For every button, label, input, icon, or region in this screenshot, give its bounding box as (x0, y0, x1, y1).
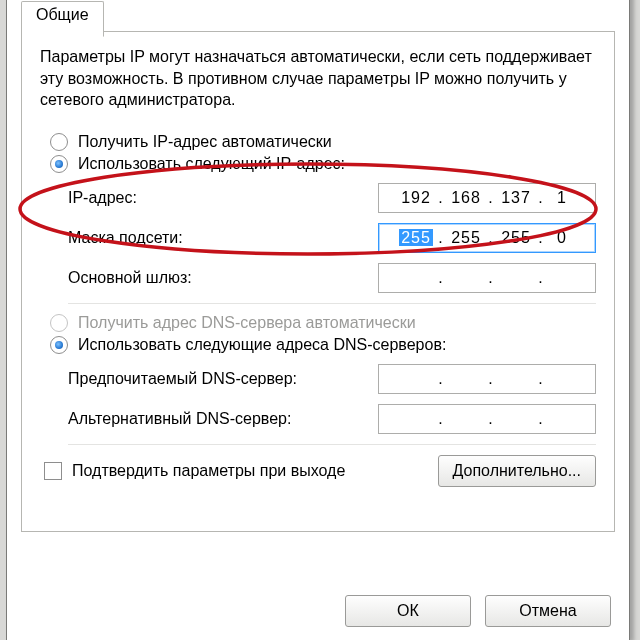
row-dns-alternate: Альтернативный DNS-сервер: . . . (68, 404, 596, 434)
ip-octet: 1 (545, 189, 579, 207)
advanced-button[interactable]: Дополнительно... (438, 455, 597, 487)
radio-dns-manual[interactable]: Использовать следующие адреса DNS-сервер… (50, 336, 596, 354)
radio-ip-auto-label: Получить IP-адрес автоматически (78, 133, 332, 151)
divider (68, 444, 596, 445)
dialog-window: Общие Параметры IP могут назначаться авт… (6, 0, 630, 640)
radio-icon (50, 336, 68, 354)
row-dns-preferred: Предпочитаемый DNS-сервер: . . . (68, 364, 596, 394)
ip-address-label: IP-адрес: (68, 189, 137, 207)
row-ip-address: IP-адрес: 192. 168. 137. 1 (68, 183, 596, 213)
dialog-footer: ОК Отмена (345, 595, 611, 627)
radio-dns-manual-label: Использовать следующие адреса DNS-сервер… (78, 336, 446, 354)
subnet-mask-label: Маска подсети: (68, 229, 183, 247)
row-gateway: Основной шлюз: . . . (68, 263, 596, 293)
ip-octet: 168 (445, 189, 487, 207)
divider (68, 303, 596, 304)
checkbox-icon (44, 462, 62, 480)
ok-button[interactable]: ОК (345, 595, 471, 627)
ip-address-input[interactable]: 192. 168. 137. 1 (378, 183, 596, 213)
dns-preferred-input[interactable]: . . . (378, 364, 596, 394)
ip-octet: 255 (495, 229, 537, 247)
radio-dns-auto-label: Получить адрес DNS-сервера автоматически (78, 314, 416, 332)
radio-icon (50, 155, 68, 173)
subnet-mask-input[interactable]: 255. 255. 255. 0 (378, 223, 596, 253)
ip-octet: 192 (395, 189, 437, 207)
checkbox-validate-label: Подтвердить параметры при выходе (72, 462, 345, 480)
dns-alternate-input[interactable]: . . . (378, 404, 596, 434)
gateway-label: Основной шлюз: (68, 269, 192, 287)
tab-strip: Общие (21, 1, 615, 32)
dns-alternate-label: Альтернативный DNS-сервер: (68, 410, 291, 428)
ip-octet: 0 (545, 229, 579, 247)
ip-octet: 137 (495, 189, 537, 207)
radio-ip-manual[interactable]: Использовать следующий IP-адрес: (50, 155, 596, 173)
checkbox-validate[interactable]: Подтвердить параметры при выходе (44, 462, 345, 480)
radio-icon (50, 314, 68, 332)
tab-panel: Параметры IP могут назначаться автоматич… (21, 32, 615, 532)
radio-icon (50, 133, 68, 151)
description-text: Параметры IP могут назначаться автоматич… (40, 46, 596, 111)
dns-preferred-label: Предпочитаемый DNS-сервер: (68, 370, 297, 388)
radio-ip-manual-label: Использовать следующий IP-адрес: (78, 155, 345, 173)
cancel-button[interactable]: Отмена (485, 595, 611, 627)
radio-ip-auto[interactable]: Получить IP-адрес автоматически (50, 133, 596, 151)
ip-octet: 255 (395, 229, 437, 247)
gateway-input[interactable]: . . . (378, 263, 596, 293)
row-subnet-mask: Маска подсети: 255. 255. 255. 0 (68, 223, 596, 253)
ip-octet: 255 (445, 229, 487, 247)
radio-dns-auto: Получить адрес DNS-сервера автоматически (50, 314, 596, 332)
